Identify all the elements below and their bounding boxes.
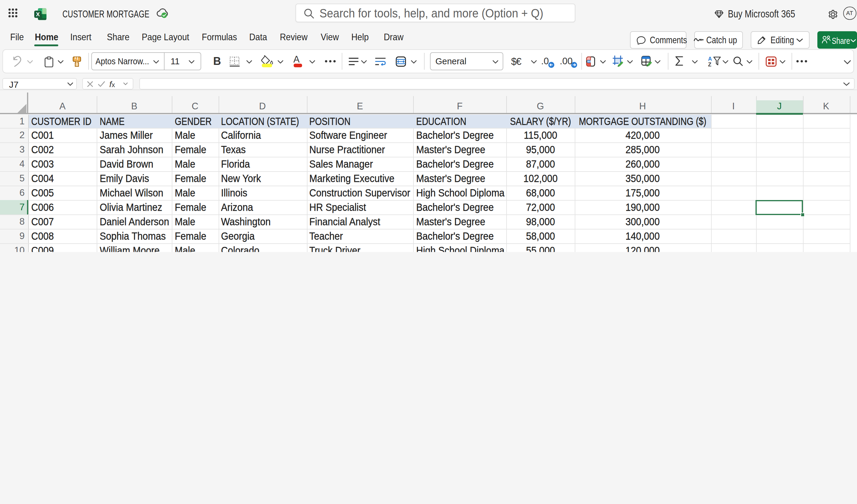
svg-text:Z: Z <box>708 61 711 66</box>
svg-text:A: A <box>708 55 712 62</box>
svg-text:X: X <box>36 11 40 17</box>
